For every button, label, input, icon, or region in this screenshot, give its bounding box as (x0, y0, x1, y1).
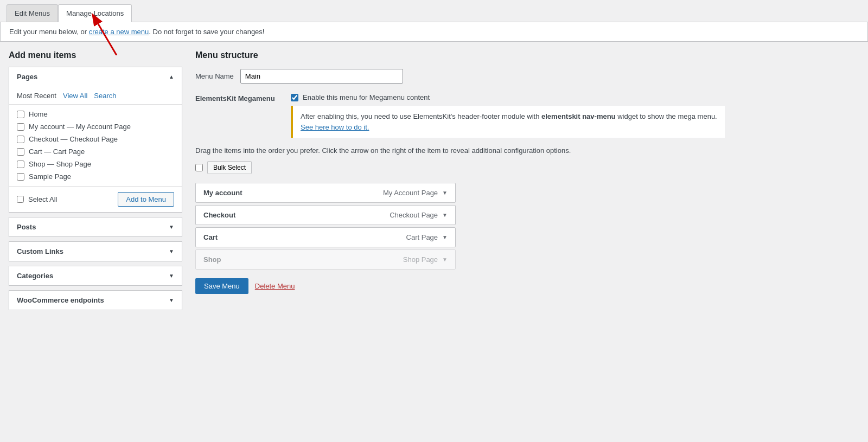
megamenu-checkbox[interactable] (291, 94, 298, 101)
categories-chevron-icon: ▼ (169, 273, 174, 279)
pages-header[interactable]: Pages ▲ (9, 67, 182, 86)
posts-section: Posts ▼ (9, 217, 182, 237)
custom-links-header[interactable]: Custom Links ▼ (9, 242, 182, 261)
page-checkbox-sample[interactable] (17, 173, 24, 181)
menu-name-label: Menu Name (195, 72, 234, 80)
page-label-sample: Sample Page (29, 172, 71, 181)
menu-item-name-checkout: Checkout (203, 211, 235, 219)
right-panel: Menu structure Menu Name ElementsKit Meg… (182, 50, 859, 413)
megamenu-notice: After enabling this, you need to use Ele… (291, 106, 725, 138)
main-layout: Add menu items Pages ▲ Most Recent View … (0, 42, 868, 421)
tab-edit-menus[interactable]: Edit Menus (7, 4, 58, 22)
menu-item-type-checkout: Checkout Page (390, 211, 438, 219)
menu-item-cart: Cart Cart Page ▼ (195, 227, 456, 247)
bulk-select-checkbox[interactable] (195, 164, 203, 171)
categories-label: Categories (17, 272, 53, 280)
left-panel-title: Add menu items (9, 50, 182, 60)
pages-list: Home My account — My Account Page Checko… (9, 105, 182, 186)
woocommerce-chevron-icon: ▼ (169, 297, 174, 303)
page-label-my-account: My account — My Account Page (29, 123, 131, 131)
posts-header[interactable]: Posts ▼ (9, 217, 182, 236)
list-item[interactable]: Shop — Shop Page (17, 160, 174, 168)
list-item[interactable]: My account — My Account Page (17, 123, 174, 131)
select-all-checkbox[interactable] (17, 196, 24, 203)
categories-header[interactable]: Categories ▼ (9, 266, 182, 285)
custom-links-chevron-icon: ▼ (169, 248, 174, 254)
menu-item-checkout: Checkout Checkout Page ▼ (195, 205, 456, 225)
tab-manage-locations[interactable]: Manage Locations (58, 4, 132, 22)
drag-hint: Drag the items into the order you prefer… (195, 146, 640, 155)
menu-item-right-my-account: My Account Page ▼ (383, 189, 448, 197)
page-checkbox-checkout[interactable] (17, 136, 24, 143)
megamenu-checkbox-label: Enable this menu for Megamenu content (303, 93, 430, 101)
pages-tab-view-all[interactable]: View All (63, 92, 87, 104)
menu-item-type-shop: Shop Page (403, 255, 438, 264)
pages-tab-search[interactable]: Search (94, 92, 116, 104)
megamenu-label: ElementsKit Megamenu (195, 93, 282, 103)
megamenu-notice-link[interactable]: See here how to do it. (301, 123, 369, 131)
menu-item-right-shop: Shop Page ▼ (403, 255, 448, 264)
megamenu-notice-text1: After enabling this, you need to use Ele… (301, 112, 541, 120)
megamenu-notice-text2: widget to show the mega menu. (616, 112, 717, 120)
woocommerce-section: WooCommerce endpoints ▼ (9, 290, 182, 310)
bottom-bar: Save Menu Delete Menu (195, 278, 859, 294)
menu-name-row: Menu Name (195, 69, 859, 84)
save-menu-button[interactable]: Save Menu (195, 278, 248, 294)
categories-section: Categories ▼ (9, 266, 182, 286)
list-item[interactable]: Sample Page (17, 172, 174, 181)
woocommerce-header[interactable]: WooCommerce endpoints ▼ (9, 291, 182, 310)
menu-name-input[interactable] (240, 69, 403, 84)
menu-item-chevron-cart[interactable]: ▼ (442, 234, 448, 240)
notice-text-before: Edit your menu below, or (9, 28, 89, 36)
menu-item-my-account: My account My Account Page ▼ (195, 183, 456, 203)
custom-links-section: Custom Links ▼ (9, 241, 182, 261)
right-panel-title: Menu structure (195, 50, 859, 60)
add-to-menu-button[interactable]: Add to Menu (118, 192, 174, 207)
menu-item-name-shop: Shop (203, 255, 221, 264)
menu-item-chevron-my-account[interactable]: ▼ (442, 190, 448, 196)
delete-menu-button[interactable]: Delete Menu (255, 282, 295, 290)
menu-item-type-my-account: My Account Page (383, 189, 438, 197)
woocommerce-label: WooCommerce endpoints (17, 296, 104, 304)
page-checkbox-my-account[interactable] (17, 123, 24, 131)
bulk-select-row: Bulk Select (195, 161, 859, 174)
menu-item-name-my-account: My account (203, 189, 242, 197)
pages-tabs: Most Recent View All Search (9, 86, 182, 105)
page-label-home: Home (29, 110, 48, 118)
notice-text-after: . Do not forget to save your changes! (149, 28, 264, 36)
page-label-cart: Cart — Cart Page (29, 148, 85, 156)
megamenu-row: ElementsKit Megamenu Enable this menu fo… (195, 93, 859, 138)
pages-label: Pages (17, 73, 37, 81)
posts-label: Posts (17, 223, 36, 231)
menu-item-type-cart: Cart Page (406, 233, 438, 241)
menu-item-shop: Shop Shop Page ▼ (195, 249, 456, 270)
create-new-menu-link[interactable]: create a new menu (89, 28, 149, 36)
bulk-select-button[interactable]: Bulk Select (207, 161, 252, 174)
menu-item-chevron-shop[interactable]: ▼ (442, 257, 448, 262)
megamenu-notice-bold: elementskit nav-menu (541, 112, 616, 120)
list-item[interactable]: Home (17, 110, 174, 118)
megamenu-section: ElementsKit Megamenu Enable this menu fo… (195, 93, 859, 138)
page-checkbox-home[interactable] (17, 111, 24, 118)
megamenu-right: Enable this menu for Megamenu content Af… (291, 93, 725, 138)
posts-chevron-icon: ▼ (169, 224, 174, 230)
pages-footer: Select All Add to Menu (9, 186, 182, 212)
pages-tab-most-recent[interactable]: Most Recent (17, 92, 56, 104)
menu-item-right-cart: Cart Page ▼ (406, 233, 448, 241)
megamenu-check-row: Enable this menu for Megamenu content (291, 93, 725, 101)
list-item[interactable]: Cart — Cart Page (17, 148, 174, 156)
menu-item-chevron-checkout[interactable]: ▼ (442, 212, 448, 218)
menu-item-right-checkout: Checkout Page ▼ (390, 211, 448, 219)
notice-bar: Edit your menu below, or create a new me… (0, 22, 868, 42)
menu-items-list: My account My Account Page ▼ Checkout Ch… (195, 183, 859, 270)
select-all-label[interactable]: Select All (17, 195, 57, 203)
menu-item-name-cart: Cart (203, 233, 218, 241)
left-panel: Add menu items Pages ▲ Most Recent View … (9, 50, 182, 413)
custom-links-label: Custom Links (17, 247, 63, 255)
pages-section: Pages ▲ Most Recent View All Search Home… (9, 67, 182, 213)
page-checkbox-shop[interactable] (17, 161, 24, 168)
page-checkbox-cart[interactable] (17, 148, 24, 156)
list-item[interactable]: Checkout — Checkout Page (17, 135, 174, 143)
tabs-bar: Edit Menus Manage Locations (0, 0, 868, 22)
pages-chevron-icon: ▲ (169, 74, 174, 80)
